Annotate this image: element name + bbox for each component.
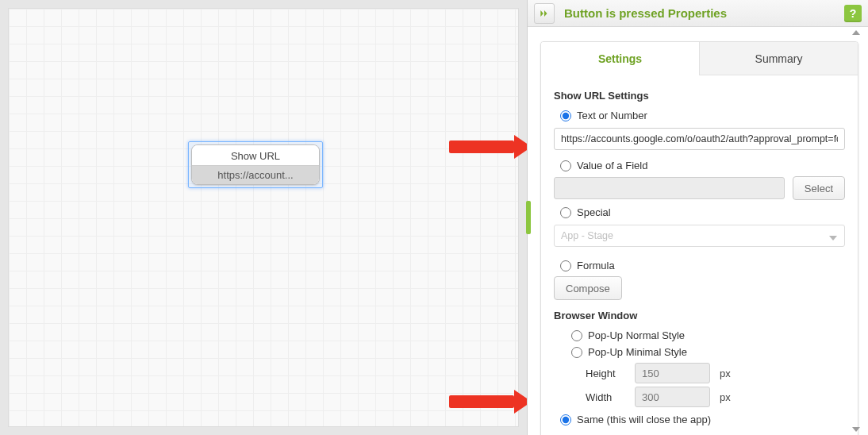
radio-formula-label: Formula — [577, 260, 615, 271]
scroll-down-icon — [852, 427, 860, 432]
select-field-button[interactable]: Select — [793, 176, 845, 200]
block-subtitle: https://account... — [192, 165, 319, 184]
properties-panel: Button is pressed Properties ? Settings … — [527, 0, 868, 435]
url-text-input[interactable] — [554, 128, 845, 150]
radio-popup-normal-label: Pop-Up Normal Style — [588, 329, 685, 341]
width-row: Width px — [586, 387, 845, 407]
radio-special-label: Special — [577, 206, 611, 218]
radio-same-window[interactable]: Same (this will close the app) — [560, 414, 845, 425]
width-input[interactable] — [635, 387, 710, 407]
tab-settings[interactable]: Settings — [541, 42, 699, 75]
show-url-block[interactable]: Show URL https://account... — [191, 144, 320, 185]
properties-card: Settings Summary Show URL Settings Text … — [540, 41, 858, 435]
height-input[interactable] — [635, 363, 710, 383]
radio-text-or-number-label: Text or Number — [577, 110, 647, 121]
annotation-arrow-icon — [449, 135, 532, 159]
height-unit: px — [720, 368, 731, 379]
special-select[interactable]: App - Stage — [554, 225, 845, 247]
radio-popup-minimal-label: Pop-Up Minimal Style — [588, 346, 687, 358]
radio-popup-normal[interactable]: Pop-Up Normal Style — [571, 329, 845, 341]
radio-same-window-label: Same (this will close the app) — [577, 414, 711, 425]
panel-scroll-area[interactable]: Settings Summary Show URL Settings Text … — [528, 27, 868, 435]
panel-titlebar: Button is pressed Properties ? — [528, 0, 868, 27]
radio-popup-minimal-input[interactable] — [571, 347, 582, 358]
show-url-heading: Show URL Settings — [554, 90, 845, 102]
radio-popup-normal-input[interactable] — [571, 330, 582, 341]
tab-summary[interactable]: Summary — [699, 42, 858, 75]
canvas-area: Show URL https://account... — [0, 0, 527, 435]
field-value-input — [554, 177, 785, 199]
collapse-panel-button[interactable] — [534, 3, 555, 24]
block-title: Show URL — [192, 145, 319, 165]
radio-formula-input[interactable] — [560, 260, 571, 271]
width-unit: px — [720, 391, 731, 403]
height-row: Height px — [586, 363, 845, 383]
radio-value-of-field-input[interactable] — [560, 160, 571, 171]
width-label: Width — [586, 391, 625, 403]
block-selection-outline: Show URL https://account... — [188, 141, 323, 188]
chevron-double-right-icon — [539, 8, 550, 19]
radio-special-input[interactable] — [560, 207, 571, 218]
radio-special[interactable]: Special — [560, 206, 845, 218]
radio-formula[interactable]: Formula — [560, 260, 845, 271]
radio-text-or-number[interactable]: Text or Number — [560, 110, 845, 121]
design-canvas[interactable]: Show URL https://account... — [8, 8, 519, 427]
radio-text-or-number-input[interactable] — [560, 110, 571, 121]
scroll-up-icon — [852, 30, 860, 35]
tabs: Settings Summary — [541, 42, 858, 75]
panel-title: Button is pressed Properties — [564, 6, 844, 20]
height-label: Height — [586, 368, 625, 379]
radio-value-of-field-label: Value of a Field — [577, 160, 647, 171]
resize-handle[interactable] — [526, 201, 531, 234]
radio-value-of-field[interactable]: Value of a Field — [560, 160, 845, 171]
radio-popup-minimal[interactable]: Pop-Up Minimal Style — [571, 346, 845, 358]
radio-same-window-input[interactable] — [560, 414, 571, 425]
browser-window-heading: Browser Window — [554, 310, 845, 321]
compose-button[interactable]: Compose — [554, 276, 622, 300]
annotation-arrow-icon — [449, 390, 532, 414]
help-button[interactable]: ? — [844, 5, 862, 22]
settings-body: Show URL Settings Text or Number Value o… — [541, 75, 858, 435]
